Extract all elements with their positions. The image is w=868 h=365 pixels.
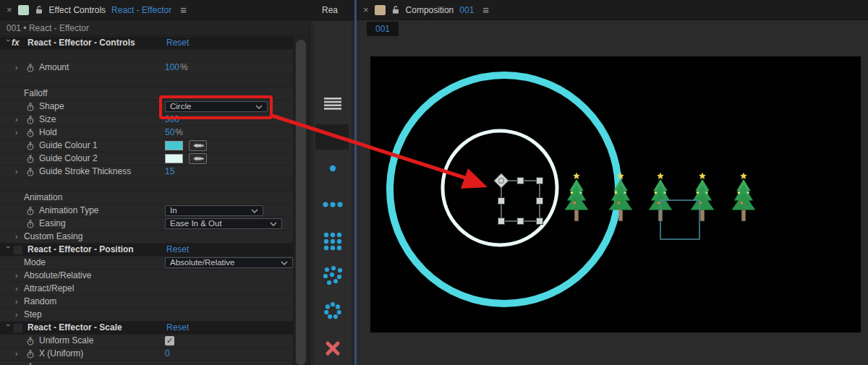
expander-icon[interactable]: › bbox=[15, 126, 18, 139]
expand-row-attract-repel[interactable]: › Attract/Repel bbox=[0, 283, 293, 296]
scrollbar-thumb[interactable] bbox=[296, 40, 306, 365]
dropdown-value: Circle bbox=[170, 102, 191, 111]
composition-tab[interactable]: × Composition 001 ≡ bbox=[357, 0, 868, 20]
chevron-down-icon[interactable]: › bbox=[2, 324, 14, 327]
expander-icon[interactable]: › bbox=[15, 231, 18, 243]
param-value[interactable]: 100% bbox=[165, 61, 188, 74]
param-value[interactable]: 50% bbox=[165, 126, 183, 139]
param-label: Uniform Scale bbox=[39, 335, 93, 347]
reset-button[interactable]: Reset bbox=[166, 244, 189, 256]
fx-toggle[interactable] bbox=[14, 324, 22, 332]
group-row-animation: Animation bbox=[0, 192, 293, 205]
param-value[interactable]: 300 bbox=[165, 113, 179, 126]
param-row-x-uniform: › X (Uniform) 0 bbox=[0, 348, 293, 361]
chevron-down-icon bbox=[281, 261, 288, 265]
anchor-point-icon bbox=[494, 173, 509, 188]
chevron-down-icon[interactable]: › bbox=[2, 246, 14, 249]
shape-dropdown[interactable]: Circle bbox=[165, 101, 268, 112]
pattern-single-button[interactable] bbox=[322, 158, 344, 179]
effect-header-controls[interactable]: › fx React - Effector - Controls Reset bbox=[0, 37, 293, 50]
group-row-falloff: Falloff bbox=[0, 87, 293, 100]
close-icon[interactable]: × bbox=[363, 5, 369, 14]
composition-viewport[interactable] bbox=[370, 56, 861, 332]
list-menu-button[interactable] bbox=[322, 93, 344, 114]
lock-icon[interactable] bbox=[35, 5, 43, 14]
expand-row-random[interactable]: › Random bbox=[0, 296, 293, 309]
pattern-grid-button[interactable] bbox=[322, 231, 344, 252]
stopwatch-icon[interactable] bbox=[26, 350, 35, 358]
delete-button[interactable] bbox=[322, 338, 344, 359]
outer-guide-circle bbox=[390, 75, 618, 304]
reset-button[interactable]: Reset bbox=[166, 322, 189, 334]
panel-menu-icon[interactable]: ≡ bbox=[180, 4, 187, 16]
stopwatch-icon[interactable] bbox=[26, 64, 35, 72]
close-icon[interactable]: × bbox=[7, 5, 12, 14]
stopwatch-icon[interactable] bbox=[26, 116, 35, 124]
react-tab-label: Rea bbox=[322, 5, 338, 15]
stopwatch-icon[interactable] bbox=[26, 142, 35, 150]
stopwatch-icon[interactable] bbox=[26, 220, 35, 228]
tree-layer bbox=[565, 173, 589, 221]
color-swatch[interactable] bbox=[165, 154, 183, 163]
stopwatch-icon[interactable] bbox=[26, 103, 35, 111]
param-row-partial: › bbox=[0, 361, 293, 365]
stopwatch-icon[interactable] bbox=[26, 207, 35, 215]
stopwatch-icon[interactable] bbox=[26, 168, 35, 176]
uniform-scale-checkbox[interactable]: ✓ bbox=[165, 336, 174, 345]
effect-header-position[interactable]: › React - Effector - Position Reset bbox=[0, 244, 293, 257]
selected-layer-name: React - Effector bbox=[111, 5, 171, 15]
mode-dropdown[interactable]: Absolute/Relative bbox=[165, 257, 293, 268]
viewer-tab-001[interactable]: 001 bbox=[367, 22, 399, 36]
expand-row-step[interactable]: › Step bbox=[0, 309, 293, 322]
param-row-hold: › Hold 50% bbox=[0, 126, 293, 139]
easing-dropdown[interactable]: Ease In & Out bbox=[165, 218, 282, 229]
blank-button[interactable] bbox=[315, 124, 349, 150]
param-row-uniform-scale: Uniform Scale ✓ bbox=[0, 335, 293, 348]
spacer-row bbox=[0, 74, 293, 87]
chevron-down-icon bbox=[255, 105, 263, 109]
param-label: Step bbox=[24, 309, 42, 321]
dropdown-value: Absolute/Relative bbox=[170, 258, 235, 267]
expander-icon[interactable]: › bbox=[15, 361, 18, 365]
scrollbar-track[interactable] bbox=[293, 37, 310, 365]
effect-controls-tab[interactable]: × Effect Controls React - Effector ≡ bbox=[0, 0, 310, 20]
eyedropper-button[interactable] bbox=[189, 153, 207, 164]
expander-icon[interactable]: › bbox=[15, 283, 18, 295]
dot-single-icon bbox=[322, 158, 344, 179]
eyedropper-button[interactable] bbox=[189, 140, 207, 151]
expander-icon[interactable]: › bbox=[15, 61, 18, 74]
pattern-row-button[interactable] bbox=[322, 194, 344, 215]
param-label: Size bbox=[39, 113, 56, 126]
expander-icon[interactable]: › bbox=[15, 348, 18, 360]
reset-button[interactable]: Reset bbox=[166, 37, 189, 49]
effect-header-scale[interactable]: › React - Effector - Scale Reset bbox=[0, 322, 293, 335]
dot-row-icon bbox=[322, 194, 344, 215]
tree-layer bbox=[691, 173, 715, 221]
chevron-down-icon bbox=[270, 222, 277, 226]
expander-icon[interactable]: › bbox=[15, 309, 18, 321]
param-label: Custom Easing bbox=[24, 231, 82, 243]
param-row-mode: Mode Absolute/Relative bbox=[0, 257, 293, 270]
react-panel-tab[interactable]: Rea bbox=[310, 0, 354, 20]
stopwatch-icon[interactable] bbox=[26, 129, 35, 137]
param-value[interactable]: 15 bbox=[165, 166, 174, 178]
param-label: Animation Type bbox=[39, 205, 99, 217]
panel-menu-icon[interactable]: ≡ bbox=[482, 4, 489, 16]
color-swatch[interactable] bbox=[165, 141, 183, 150]
spacer-row bbox=[0, 179, 293, 192]
expand-row-custom-easing[interactable]: › Custom Easing bbox=[0, 231, 293, 244]
expander-icon[interactable]: › bbox=[15, 270, 18, 282]
effect-name: React - Effector - Controls bbox=[27, 37, 135, 49]
expand-row-absolute-relative[interactable]: › Absolute/Relative bbox=[0, 270, 293, 283]
stopwatch-icon[interactable] bbox=[26, 337, 35, 345]
expander-icon[interactable]: › bbox=[15, 113, 18, 126]
lock-icon[interactable] bbox=[391, 5, 400, 14]
expander-icon[interactable]: › bbox=[15, 296, 18, 308]
stopwatch-icon[interactable] bbox=[26, 155, 35, 163]
pattern-random-button[interactable] bbox=[322, 265, 344, 287]
fx-toggle[interactable] bbox=[14, 246, 22, 254]
animation-type-dropdown[interactable]: In bbox=[165, 205, 263, 216]
pattern-circle-button[interactable] bbox=[322, 300, 344, 322]
param-value[interactable]: 0 bbox=[165, 348, 170, 360]
expander-icon[interactable]: › bbox=[15, 166, 18, 178]
